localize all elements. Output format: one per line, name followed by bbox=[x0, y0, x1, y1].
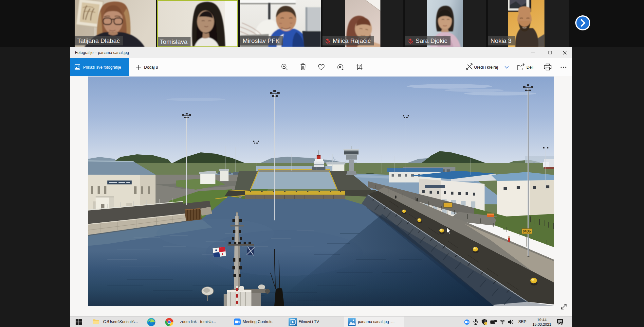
svg-text:Deli: Deli bbox=[526, 65, 533, 70]
svg-text:Uredi i kreiraj: Uredi i kreiraj bbox=[474, 65, 498, 70]
svg-text:04Do: 04Do bbox=[523, 230, 531, 233]
